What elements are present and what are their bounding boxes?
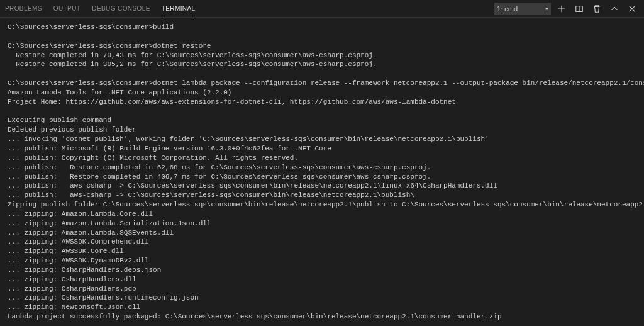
new-terminal-button[interactable] <box>555 2 569 16</box>
tab-debug-console[interactable]: DEBUG CONSOLE <box>92 1 150 16</box>
panel-toolbar: 1: cmd ▾ <box>494 2 639 16</box>
tab-problems[interactable]: PROBLEMS <box>5 1 42 16</box>
tab-terminal[interactable]: TERMINAL <box>162 1 196 16</box>
chevron-up-icon <box>610 4 619 13</box>
tab-output[interactable]: OUTPUT <box>53 1 81 16</box>
plus-icon <box>557 4 566 13</box>
close-panel-button[interactable] <box>625 2 639 16</box>
terminal-selector-label: 1: cmd <box>497 5 518 13</box>
chevron-down-icon: ▾ <box>545 5 548 12</box>
panel-header: PROBLEMS OUTPUT DEBUG CONSOLE TERMINAL 1… <box>0 0 644 18</box>
trash-icon <box>592 4 601 13</box>
terminal-selector-dropdown[interactable]: 1: cmd ▾ <box>494 3 551 15</box>
terminal-output[interactable]: C:\Sources\serverless-sqs\consumer>build… <box>0 18 644 326</box>
terminal-text: C:\Sources\serverless-sqs\consumer>build… <box>8 23 644 326</box>
kill-terminal-button[interactable] <box>590 2 604 16</box>
close-icon <box>628 4 636 13</box>
split-terminal-button[interactable] <box>572 2 586 16</box>
split-panel-icon <box>575 4 584 13</box>
maximize-panel-button[interactable] <box>608 2 621 16</box>
panel-tabs: PROBLEMS OUTPUT DEBUG CONSOLE TERMINAL <box>5 1 494 16</box>
